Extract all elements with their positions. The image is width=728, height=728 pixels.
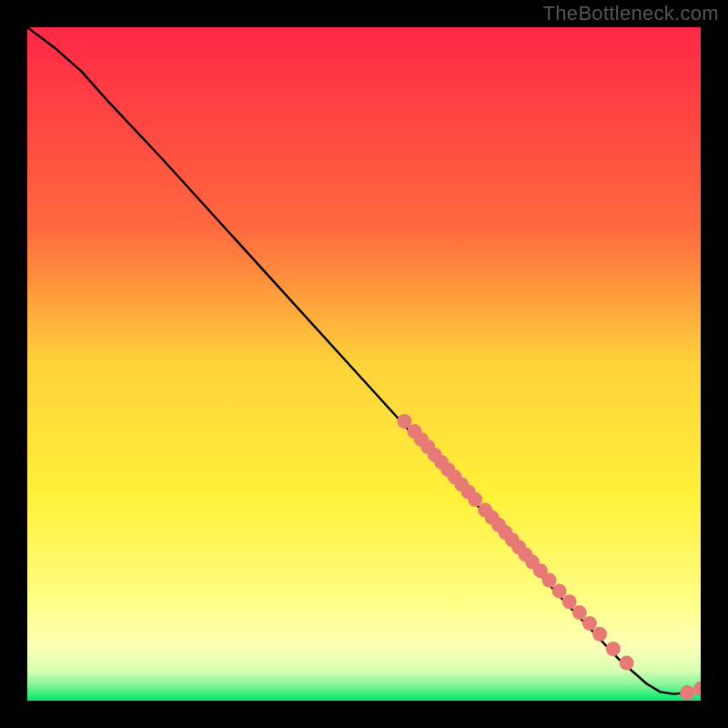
gradient-background bbox=[27, 27, 701, 701]
chart-svg bbox=[27, 27, 701, 701]
plot-area bbox=[27, 27, 701, 701]
data-point bbox=[680, 685, 694, 700]
data-point bbox=[592, 627, 607, 642]
watermark-text: TheBottleneck.com bbox=[543, 2, 719, 25]
data-point bbox=[572, 605, 587, 620]
data-point bbox=[542, 573, 557, 588]
data-point bbox=[468, 492, 482, 507]
data-point bbox=[562, 594, 577, 609]
data-point bbox=[552, 583, 567, 598]
chart-frame: TheBottleneck.com bbox=[0, 0, 728, 728]
data-point bbox=[606, 642, 621, 656]
data-point bbox=[620, 656, 634, 671]
data-point bbox=[582, 616, 597, 631]
